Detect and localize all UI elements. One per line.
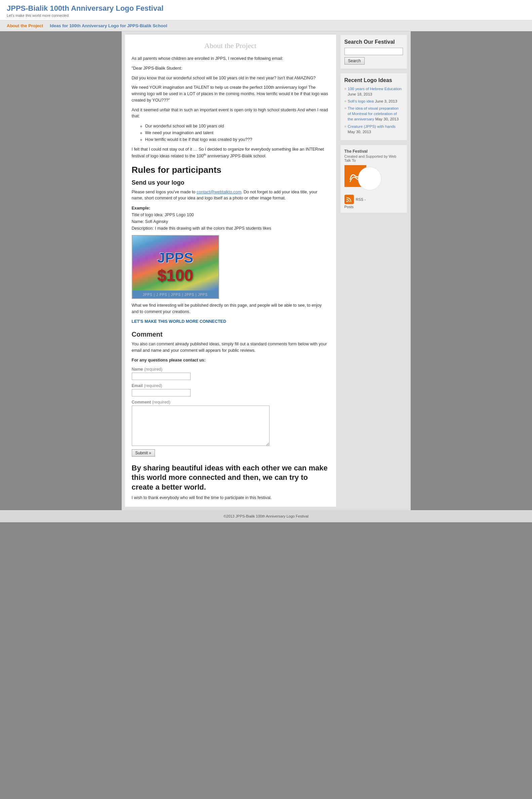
site-tagline: Let's make this world more connected (7, 14, 525, 18)
site-footer: ©2013 JPPS-Bialik 100th Anniversary Logo… (0, 510, 532, 522)
rss-feed-icon (346, 197, 352, 202)
email-link[interactable]: contact@webtalkto.com (196, 190, 241, 194)
email-form-label: Email (required) (132, 383, 329, 388)
recent-link-0[interactable]: 100 years of Hebrew Education (348, 87, 402, 91)
festival-widget: The Festival Created and Supported by We… (340, 145, 407, 213)
recent-item-3: Creature (JPPS) with hands May 30, 2013 (344, 124, 403, 134)
rss-area: RSS - (344, 195, 403, 204)
nav-about[interactable]: About the Project (7, 23, 43, 28)
example-title: Title of logo idea: JPPS Logo 100 (132, 211, 329, 218)
recent-date-1: June 3, 2013 (375, 99, 397, 103)
recent-title: Recent Logo Ideas (344, 77, 403, 83)
festival-label: The Festival (344, 149, 403, 154)
intro6: I felt that I could not stay out of it …… (132, 146, 329, 160)
list-item: Our wonderful school will be 100 years o… (145, 123, 329, 129)
festival-logo-area (344, 165, 403, 192)
rss-label: RSS - (356, 198, 366, 201)
name-label: Name (required) (132, 367, 329, 372)
recent-link-1[interactable]: Sofi's logo idea (348, 99, 374, 103)
site-header: JPPS-Bialik 100th Anniversary Logo Festi… (0, 0, 532, 20)
comment-textarea[interactable] (132, 406, 269, 446)
site-title[interactable]: JPPS-Bialik 100th Anniversary Logo Festi… (7, 4, 525, 13)
publish-text: What we find interesting will be publish… (132, 302, 329, 315)
submit-button[interactable]: Submit » (132, 449, 155, 457)
svg-point-0 (346, 201, 348, 202)
posts-label: Posts (344, 205, 403, 209)
comment-heading: Comment (132, 331, 329, 338)
rss-icon (344, 195, 354, 204)
rules-heading: Rules for participants (132, 165, 329, 175)
example-block: Example: Title of logo idea: JPPS Logo 1… (132, 205, 329, 232)
comment-form: Name (required) Email (required) Comment… (132, 367, 329, 457)
recent-date-2: May 30, 2013 (375, 117, 399, 121)
footer-text: ©2013 JPPS-Bialik 100th Anniversary Logo… (224, 514, 308, 518)
intro1: As all parents whose children are enroll… (132, 55, 329, 62)
page-wrapper: About the Project As all parents whose c… (122, 31, 411, 510)
recent-item-2: The idea of visual preparation of Montre… (344, 106, 403, 122)
recent-link-3[interactable]: Creature (JPPS) with hands (348, 125, 396, 128)
main-content: About the Project As all parents whose c… (125, 35, 336, 507)
recent-widget: Recent Logo Ideas 100 years of Hebrew Ed… (340, 73, 407, 141)
closing-quote: By sharing beautiful ideas with each oth… (132, 463, 329, 492)
comment-form-label: Comment (required) (132, 400, 329, 405)
name-input[interactable] (132, 373, 191, 380)
email-input[interactable] (132, 389, 191, 396)
nav-ideas[interactable]: Ideas for 100th Anniversary Logo for JPP… (50, 23, 167, 28)
recent-item-1: Sofi's logo idea June 3, 2013 (344, 98, 403, 104)
example-label: Example: (132, 205, 329, 211)
send-heading: Send us your logo (132, 179, 329, 186)
intro2: "Dear JPPS-Bialik Student: (132, 65, 329, 72)
lets-make: LET'S MAKE THIS WORLD MORE CONNECTED (132, 318, 329, 325)
search-button[interactable]: Search (344, 57, 365, 64)
search-title: Search Our Festival (344, 39, 403, 45)
list-item: How terrific would it be if that logo wa… (145, 136, 329, 143)
search-widget: Search Our Festival Search (340, 35, 407, 69)
search-input[interactable] (344, 48, 403, 55)
recent-date-0: June 18, 2013 (348, 92, 373, 96)
example-desc: Description: I made this drawing with al… (132, 225, 329, 232)
intro4: We need YOUR imagination and TALENT to h… (132, 85, 329, 103)
page-heading: About the Project (132, 41, 329, 50)
sidebar: Search Our Festival Search Recent Logo I… (340, 35, 407, 217)
example-name: Name: Sofi Aginsky (132, 218, 329, 225)
recent-date-3: May 30, 2013 (348, 130, 372, 134)
recent-item-0: 100 years of Hebrew Education June 18, 2… (344, 86, 403, 97)
school-list: Our wonderful school will be 100 years o… (145, 123, 329, 143)
comment-desc: You also can comment already published i… (132, 341, 329, 354)
content-layout: About the Project As all parents whose c… (125, 35, 407, 507)
intro3: Did you know that our wonderful school w… (132, 75, 329, 81)
intro5: And it seemed unfair that in such an imp… (132, 107, 329, 120)
thank-you: I wish to thank everybody who will find … (132, 495, 329, 500)
nav-bar: About the Project Ideas for 100th Annive… (0, 20, 532, 31)
festival-sublabel: Created and Supported by Web Talk To (344, 154, 403, 163)
contact-label: For any questions please contact us: (132, 357, 329, 364)
list-item: We need your imagination and talent (145, 129, 329, 136)
logo-image: JPPS | J PPS | JPPS | JPPS | JPPS JPPS $… (132, 235, 219, 299)
white-circle (358, 167, 381, 190)
send-text: Please send logos you've made to contact… (132, 189, 329, 202)
